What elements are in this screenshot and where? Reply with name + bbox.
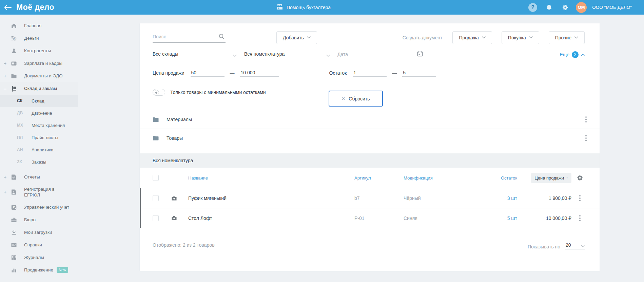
sidebar-subitem-sklad[interactable]: СК Склад — [0, 95, 78, 107]
sidebar-subitem-dvizhenie[interactable]: ДВ Движение — [0, 107, 78, 119]
kebab-menu-icon[interactable] — [577, 213, 583, 223]
per-page-select[interactable]: 20 — [565, 242, 585, 249]
column-header-stock[interactable]: Остаток — [488, 175, 517, 181]
notifications-button[interactable] — [543, 2, 555, 13]
folders-list: Материалы Товары — [140, 110, 600, 147]
chevron-down-icon — [574, 36, 578, 39]
table-header: Название Артикул Модификация Остаток Цен… — [140, 168, 600, 188]
sidebar-item-bureau[interactable]: Бюро — [0, 213, 78, 226]
price-from-input[interactable] — [191, 69, 225, 77]
help-button[interactable]: ? — [527, 2, 539, 13]
min-stock-toggle-label: Только товары с минимальными остатками — [170, 90, 266, 95]
purchase-button[interactable]: Покупка — [502, 31, 539, 44]
table-settings-button[interactable] — [577, 174, 583, 181]
column-header-mod[interactable]: Модификация — [404, 175, 488, 181]
calendar-icon[interactable] — [417, 51, 423, 58]
search-icon — [218, 33, 225, 41]
chevron-down-icon — [482, 36, 486, 39]
expand-plus-icon[interactable]: + — [0, 174, 11, 180]
sidebar-item-journals[interactable]: Журналы — [0, 251, 78, 264]
column-header-price-sorted[interactable]: Цена продажи ↑ — [531, 173, 571, 183]
company-name[interactable]: ООО "МОЕ ДЕЛО" — [592, 5, 632, 10]
range-dash: — — [230, 70, 235, 76]
column-header-sku[interactable]: Артикул — [354, 175, 404, 181]
date-input[interactable] — [337, 52, 410, 57]
expand-plus-icon[interactable]: + — [0, 189, 11, 195]
app-logo[interactable]: Моё дело — [16, 3, 54, 12]
date-field[interactable] — [337, 51, 424, 60]
search-input[interactable] — [153, 33, 215, 41]
camera-placeholder-icon — [171, 196, 188, 201]
home-icon — [11, 23, 19, 29]
sidebar-item-reports[interactable]: + Отчеты — [0, 171, 78, 183]
cashbox-icon — [276, 4, 283, 11]
download-icon — [11, 229, 19, 236]
sidebar-item-egrul[interactable]: + Регистрация в ЕГРЮЛ — [0, 183, 78, 201]
sale-button[interactable]: Продажа — [452, 31, 492, 44]
sidebar-subitem-price-lists[interactable]: ПЛ Прайс-листы — [0, 131, 78, 144]
chevron-down-icon — [581, 243, 585, 248]
table-row[interactable]: Пуфик мягенький b7 Чёрный 3 шт 1 900,00 … — [140, 188, 600, 208]
sidebar-item-promotion[interactable]: Продвижение New — [0, 264, 78, 276]
sidebar-item-home[interactable]: Главная — [0, 19, 78, 32]
nomenclature-select[interactable]: Вся номенклатура — [244, 51, 331, 60]
back-arrow-icon[interactable] — [0, 5, 16, 10]
table-row[interactable]: Стол Лофт Р-01 Синяя 5 шт 10 000,00 ₽ — [140, 208, 600, 228]
other-button[interactable]: Прочие — [549, 31, 585, 44]
camera-placeholder-icon — [171, 215, 188, 221]
folder-row-materials[interactable]: Материалы — [140, 110, 600, 129]
sidebar-item-contractors[interactable]: Контрагенты — [0, 44, 78, 57]
collapse-minus-icon[interactable]: – — [0, 86, 11, 91]
table-footer: Отображено: 2 из 2 товаров Показывать по… — [140, 228, 600, 264]
kebab-menu-icon[interactable] — [577, 193, 583, 203]
warehouses-select[interactable]: Все склады — [153, 51, 237, 60]
report-doc-icon — [11, 174, 19, 180]
bell-icon — [546, 4, 552, 11]
folder-icon — [11, 73, 19, 79]
question-icon: ? — [528, 3, 537, 12]
stock-to-input[interactable] — [402, 69, 436, 77]
search-field[interactable] — [153, 33, 226, 43]
sidebar-item-certificates[interactable]: Справки — [0, 239, 78, 251]
settings-button[interactable] — [560, 2, 571, 13]
sidebar-subitem-orders[interactable]: ЗК Заказы — [0, 156, 78, 168]
expand-plus-icon[interactable]: + — [0, 61, 11, 66]
chevron-down-icon — [529, 36, 533, 39]
top-bar: Моё дело Помощь бухгалтера ? ОМ ООО — [0, 0, 644, 15]
sidebar-subitem-mesta-hraneniya[interactable]: МХ Места хранения — [0, 119, 78, 131]
column-header-name[interactable]: Название — [188, 175, 354, 181]
folder-row-goods[interactable]: Товары — [140, 129, 600, 147]
sidebar-item-salary[interactable]: + Зарплата и кадры — [0, 57, 78, 70]
reset-filters-button[interactable]: × Сбросить — [329, 91, 383, 107]
more-count-badge: 2 — [572, 51, 579, 58]
stock-link[interactable]: 5 шт — [488, 215, 517, 221]
stock-link[interactable]: 3 шт — [488, 195, 517, 201]
sidebar-item-management[interactable]: ₽ Управленческий учет — [0, 201, 78, 213]
section-title: Вся номенклатура — [140, 153, 600, 168]
sidebar: Главная ₽ Деньги Контрагенты + Зарплата … — [0, 15, 78, 282]
row-checkbox[interactable] — [153, 195, 159, 201]
kebab-menu-icon[interactable] — [583, 133, 589, 143]
sidebar-item-money[interactable]: ₽ Деньги — [0, 32, 78, 44]
select-all-checkbox[interactable] — [153, 175, 159, 181]
sidebar-subitem-analytics[interactable]: АН Аналитика — [0, 144, 78, 156]
sidebar-item-documents[interactable]: + Документы и ЭДО — [0, 70, 78, 82]
registration-doc-icon — [11, 189, 19, 195]
bar-chart-icon — [11, 267, 19, 273]
per-page-label: Показывать по — [528, 244, 560, 249]
expand-plus-icon[interactable]: + — [0, 73, 11, 79]
add-button[interactable]: Добавить — [276, 31, 317, 44]
more-filters-link[interactable]: Еще 2 — [560, 51, 585, 60]
avatar[interactable]: ОМ — [576, 2, 587, 13]
gear-icon — [562, 4, 569, 11]
shown-count-label: Отображено: 2 из 2 товаров — [153, 242, 215, 248]
kebab-menu-icon[interactable] — [583, 114, 589, 125]
stock-from-input[interactable] — [353, 69, 387, 77]
sidebar-item-downloads[interactable]: Мои загрузки — [0, 226, 78, 239]
row-checkbox[interactable] — [153, 215, 159, 221]
min-stock-toggle[interactable] — [153, 89, 165, 96]
sort-ascending-icon: ↑ — [566, 175, 568, 180]
sidebar-item-warehouse[interactable]: – Склад и заказы — [0, 82, 78, 95]
price-to-input[interactable] — [240, 69, 279, 77]
accountant-help-link[interactable]: Помощь бухгалтера — [276, 4, 331, 11]
